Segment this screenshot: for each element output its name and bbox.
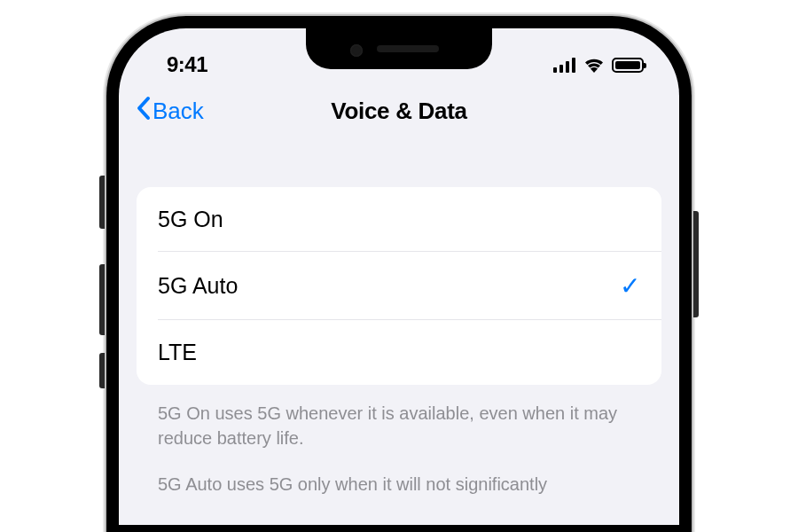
navigation-bar: Back Voice & Data (119, 82, 679, 143)
footer-description-2: 5G Auto uses 5G only when it will not si… (137, 466, 661, 502)
status-time: 9:41 (167, 52, 207, 77)
option-5g-auto[interactable]: 5G Auto ✓ (137, 252, 661, 320)
svg-rect-0 (553, 67, 557, 73)
phone-device-frame: 9:41 (106, 16, 692, 532)
battery-icon (612, 58, 644, 73)
wifi-icon (583, 58, 605, 73)
checkmark-icon: ✓ (620, 271, 640, 301)
footer-description-1: 5G On uses 5G whenever it is available, … (137, 385, 661, 466)
content-area: 5G On 5G Auto ✓ LTE 5G On uses 5G whenev… (119, 143, 679, 502)
phone-speaker (377, 45, 439, 52)
option-label: LTE (158, 340, 197, 365)
svg-rect-2 (566, 61, 569, 73)
svg-rect-3 (572, 58, 575, 73)
phone-notch (306, 28, 492, 69)
front-camera (350, 44, 363, 57)
option-label: 5G Auto (158, 273, 238, 299)
status-icons (553, 58, 644, 73)
svg-rect-1 (559, 65, 563, 73)
back-label: Back (153, 98, 204, 125)
chevron-left-icon (135, 96, 151, 127)
side-button (693, 211, 699, 317)
volume-button (99, 353, 105, 388)
phone-screen: 9:41 (119, 28, 679, 525)
page-title: Voice & Data (331, 98, 466, 125)
options-list: 5G On 5G Auto ✓ LTE (137, 187, 661, 385)
back-button[interactable]: Back (135, 96, 204, 127)
option-lte[interactable]: LTE (137, 320, 661, 385)
cellular-signal-icon (553, 58, 576, 73)
battery-fill (615, 61, 640, 69)
option-5g-on[interactable]: 5G On (137, 187, 661, 252)
option-label: 5G On (158, 207, 223, 232)
